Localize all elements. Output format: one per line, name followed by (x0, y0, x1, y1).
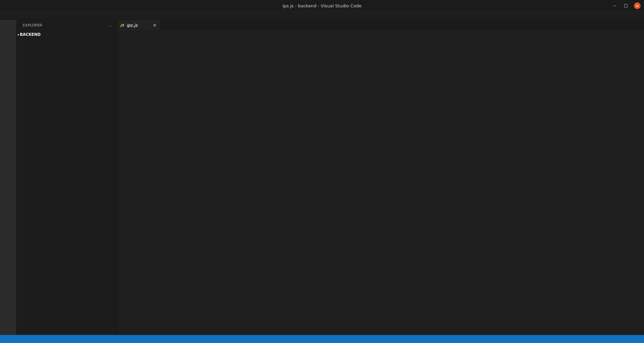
close-icon[interactable]: × (153, 22, 157, 28)
editor-group: JS ips.js × (117, 20, 644, 335)
tab-bar: JS ips.js × (117, 20, 644, 30)
breadcrumb (117, 30, 644, 38)
file-tree (16, 39, 117, 335)
js-file-icon: JS (120, 23, 124, 27)
explorer-title: EXPLORER (23, 23, 42, 27)
backend-section-label: BACKEND (20, 32, 41, 37)
tab-label: ips.js (126, 23, 138, 28)
tab-ips-js[interactable]: JS ips.js × (117, 20, 160, 30)
close-icon[interactable]: × (634, 2, 641, 9)
more-actions-icon[interactable]: … (108, 23, 112, 27)
menu-bar (0, 11, 644, 20)
minimap[interactable] (602, 38, 639, 335)
title-bar: ips.js - backend - Visual Studio Code ─ … (0, 0, 644, 11)
maximize-icon[interactable] (623, 2, 629, 9)
scrollbar[interactable] (639, 38, 644, 335)
window-controls: ─ × (611, 0, 641, 11)
explorer-sidebar: EXPLORER … ▾ BACKEND (16, 20, 117, 335)
activity-bar (0, 20, 16, 335)
code-editor[interactable] (117, 38, 644, 335)
backend-section-header[interactable]: ▾ BACKEND (16, 30, 117, 39)
minimize-icon[interactable]: ─ (611, 2, 618, 9)
window-title: ips.js - backend - Visual Studio Code (0, 0, 644, 11)
code-area[interactable] (117, 38, 600, 335)
chevron-down-icon: ▾ (17, 33, 19, 37)
vscode-window: ips.js - backend - Visual Studio Code ─ … (0, 0, 644, 343)
status-bar (0, 335, 644, 343)
